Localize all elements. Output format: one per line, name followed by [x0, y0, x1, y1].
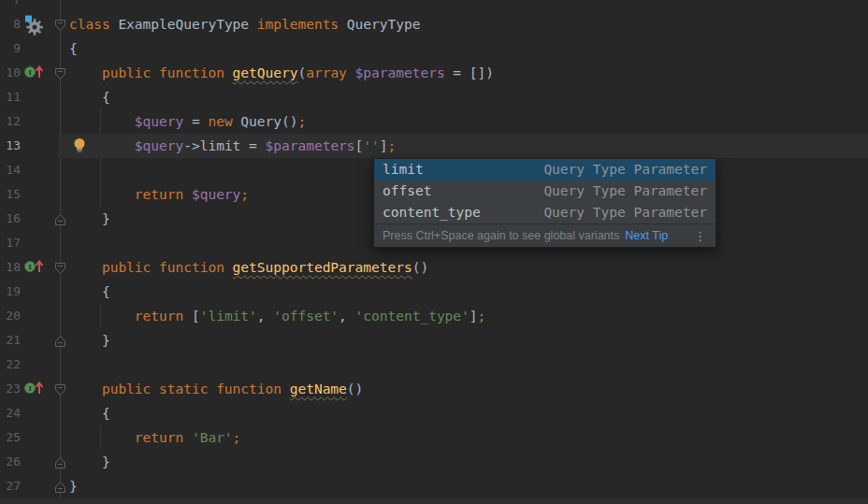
fold-close-icon[interactable] [54, 480, 66, 493]
completion-list: limitQuery Type ParameteroffsetQuery Typ… [374, 159, 716, 223]
next-tip-link[interactable]: Next Tip [625, 229, 668, 242]
code-text[interactable]: } [69, 450, 110, 474]
line-number: 12 [0, 109, 21, 134]
editor-line-18: 18I public function getSupportedParamete… [0, 255, 868, 280]
editor-line-25: 25 return 'Bar'; [0, 425, 868, 450]
implements-method-icon[interactable]: I [23, 64, 46, 84]
line-number: 24 [0, 401, 21, 425]
completion-footer: Press Ctrl+Space again to see global var… [374, 223, 716, 247]
editor-line-8: 8class ExampleQueryType implements Query… [0, 12, 868, 36]
code-text[interactable]: public static function getName() [69, 377, 363, 401]
code-text[interactable]: return ['limit', 'offset', 'content_type… [69, 304, 485, 328]
line-number: 8 [0, 12, 21, 36]
line-number: 18 [0, 255, 21, 280]
completion-popup: limitQuery Type ParameteroffsetQuery Typ… [373, 158, 716, 248]
completion-label: offset [383, 180, 431, 202]
line-number: 26 [0, 450, 21, 474]
line-number: 14 [0, 158, 21, 182]
completion-item-limit[interactable]: limitQuery Type Parameter [374, 159, 716, 180]
line-number: 25 [0, 425, 21, 450]
line-number: 13 [0, 134, 21, 158]
completion-item-content_type[interactable]: content_typeQuery Type Parameter [374, 202, 716, 223]
code-text[interactable]: public function getSupportedParameters() [69, 255, 428, 280]
editor-line-22: 22 [0, 353, 868, 377]
completion-item-offset[interactable]: offsetQuery Type Parameter [374, 180, 716, 202]
code-text[interactable]: { [69, 85, 110, 109]
code-text[interactable]: { [69, 280, 110, 304]
code-text[interactable]: public function getQuery(array $paramete… [69, 61, 494, 85]
run-config-gear-icon[interactable] [23, 15, 46, 36]
line-number: 15 [0, 182, 21, 207]
line-number: 9 [0, 36, 21, 61]
more-options-icon[interactable]: ⋮ [694, 229, 707, 243]
line-number: 10 [0, 61, 21, 85]
code-text[interactable]: { [69, 401, 110, 425]
fold-open-icon[interactable] [54, 261, 66, 274]
code-text[interactable]: { [69, 36, 78, 61]
editor-line-19: 19 { [0, 280, 868, 304]
svg-text:I: I [28, 67, 32, 77]
editor-line-12: 12 $query = new Query(); [0, 109, 868, 134]
line-number: 21 [0, 328, 21, 353]
completion-meta: Query Type Parameter [543, 159, 707, 180]
code-text[interactable]: } [69, 474, 78, 498]
completion-label: limit [383, 159, 424, 180]
editor-line-23: 23I public static function getName() [0, 377, 868, 401]
completion-hint: Press Ctrl+Space again to see global var… [383, 229, 619, 242]
editor-line-27: 27} [0, 474, 868, 498]
line-number: 22 [0, 353, 21, 377]
line-number: 23 [0, 377, 21, 401]
svg-text:I: I [28, 383, 32, 393]
code-text[interactable]: class ExampleQueryType implements QueryT… [69, 12, 420, 36]
completion-meta: Query Type Parameter [543, 180, 707, 202]
code-text[interactable]: $query->limit = $parameters['']; [69, 134, 396, 158]
editor-line-13: 13 $query->limit = $parameters['']; [0, 134, 868, 158]
editor-line-11: 11 { [0, 85, 868, 109]
editor-line-9: 9{ [0, 36, 868, 61]
code-text[interactable]: } [69, 328, 110, 353]
code-editor: 78class ExampleQueryType implements Quer… [0, 0, 868, 504]
fold-open-icon[interactable] [54, 66, 66, 79]
fold-close-icon[interactable] [54, 455, 66, 468]
svg-text:I: I [28, 262, 32, 271]
line-number: 19 [0, 280, 21, 304]
code-text[interactable]: $query = new Query(); [69, 109, 306, 134]
editor-line-7: 7 [0, 0, 868, 12]
code-text[interactable]: } [69, 207, 110, 231]
editor-line-10: 10I public function getQuery(array $para… [0, 61, 868, 85]
editor-line-20: 20 return ['limit', 'offset', 'content_t… [0, 304, 868, 328]
implements-method-icon[interactable]: I [23, 258, 46, 279]
line-number: 20 [0, 304, 21, 328]
editor-line-24: 24 { [0, 401, 868, 425]
completion-meta: Query Type Parameter [543, 202, 707, 223]
fold-open-icon[interactable] [54, 382, 66, 396]
code-text[interactable]: return $query; [69, 182, 249, 207]
implements-method-icon[interactable]: I [23, 380, 46, 400]
code-text[interactable]: return 'Bar'; [69, 425, 240, 450]
fold-open-icon[interactable] [54, 18, 66, 31]
line-number: 17 [0, 231, 21, 255]
line-number: 27 [0, 474, 21, 498]
after-content-strip [0, 498, 868, 504]
line-number: 16 [0, 207, 21, 231]
fold-close-icon[interactable] [54, 334, 66, 347]
editor-line-26: 26 } [0, 450, 868, 474]
line-number: 7 [0, 0, 21, 12]
fold-close-icon[interactable] [54, 212, 66, 225]
line-number: 11 [0, 85, 21, 109]
editor-line-21: 21 } [0, 328, 868, 353]
completion-label: content_type [383, 202, 481, 223]
